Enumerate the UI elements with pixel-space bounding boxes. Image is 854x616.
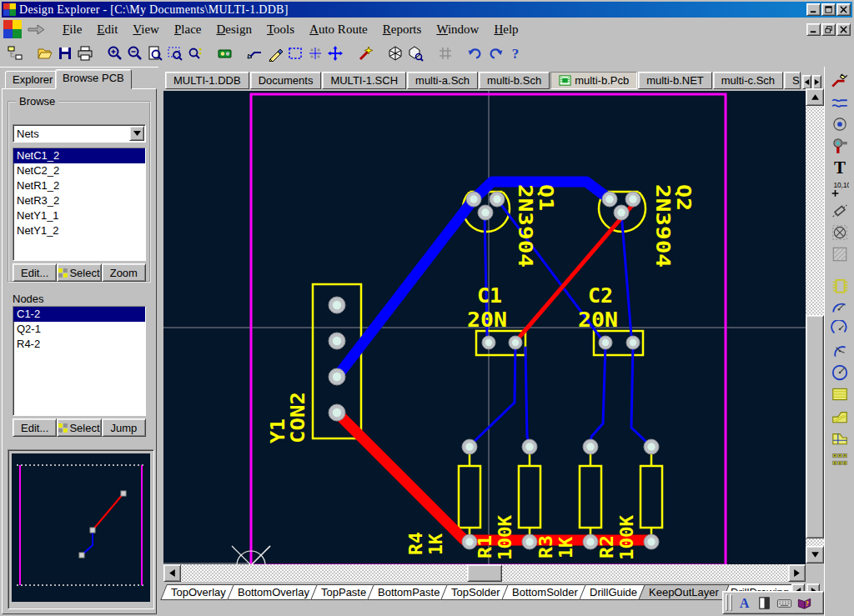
fill-rect-icon[interactable] [829,383,851,405]
fill-circle-icon[interactable] [829,222,851,243]
panel-split-icon[interactable] [754,593,774,612]
redo-icon[interactable] [485,43,505,63]
component-green-icon[interactable] [215,43,235,63]
arc-center-icon[interactable] [829,318,851,340]
dropdown-arrow-icon[interactable] [129,126,144,141]
nets-edit-button[interactable]: Edit... [13,263,57,282]
save-icon[interactable] [55,43,75,63]
string-text-icon[interactable]: T [829,157,851,178]
doc-tab-multi-b.net[interactable]: multi-b.NET [638,72,712,89]
via-icon[interactable] [829,135,851,157]
wand-icon[interactable] [355,43,375,63]
polygon-plane-icon[interactable] [829,405,851,427]
layer-tab-bottomoverlay[interactable]: BottomOverlay [227,584,320,600]
hscroll-thumb[interactable] [467,564,502,582]
child-restore-button[interactable] [821,23,836,36]
print-icon[interactable] [75,43,95,63]
zoom-in-icon[interactable] [105,43,125,63]
deselect-icon[interactable] [305,43,325,63]
menu-tools[interactable]: Tools [259,20,302,39]
board-preview[interactable] [8,449,154,609]
layer-tab-toppaste[interactable]: TopPaste [310,584,377,600]
doc-tab-multi-c.sch[interactable]: multi-c.Sch [713,72,783,89]
room-icon[interactable] [829,243,851,265]
menu-file[interactable]: File [55,20,89,39]
menu-auto-route[interactable]: Auto Route [302,20,375,39]
minimize-button[interactable] [806,3,821,16]
layer-tab-topsolder[interactable]: TopSolder [441,584,511,600]
layer-tab-bottompaste[interactable]: BottomPaste [367,584,450,600]
component-place-icon[interactable] [829,200,851,222]
node-item-r4-2[interactable]: R4-2 [13,337,145,352]
ic-component-icon[interactable] [829,275,851,297]
node-item-c1-2[interactable]: C1-2 [13,307,145,322]
doc-tab-multi-1.sch[interactable]: MULTI-1.SCH [322,72,406,89]
doc-tabs-scroll-left[interactable] [802,75,811,89]
layer-tab-topoverlay[interactable]: TopOverlay [160,584,236,600]
nets-zoom-button[interactable]: Zoom [102,263,146,282]
doc-tab-multi-b.sch[interactable]: multi-b.Sch [479,72,550,89]
browse-mode-dropdown[interactable]: Nets [13,124,146,143]
node-item-q2-1[interactable]: Q2-1 [13,322,145,337]
route-mode-icon[interactable] [245,43,265,63]
menu-help[interactable]: Help [486,20,525,39]
text-A-icon[interactable]: A [734,593,754,612]
toolbar-grip[interactable] [730,594,732,611]
toolbar-grip[interactable] [726,594,728,611]
document-icon[interactable] [3,20,22,38]
doc-tabs-scroll-right[interactable] [812,75,821,89]
arc-angle-icon[interactable] [829,340,851,362]
polyhedron-zoom-icon[interactable] [405,43,425,63]
net-item-netc1_2[interactable]: NetC1_2 [13,148,145,163]
help-icon[interactable]: ? [505,43,525,63]
zoom-out-icon[interactable] [125,43,145,63]
scroll-right-button[interactable] [788,564,806,582]
child-close-button[interactable] [836,23,851,36]
close-button[interactable] [836,3,851,16]
help-book-icon[interactable]: ? [794,593,814,612]
pencil-route-icon[interactable] [265,43,285,63]
full-circle-icon[interactable] [829,362,851,383]
pcb-canvas[interactable]: Q12N3904Q22N3904C120NC220NY1CON2R41KR110… [163,91,806,564]
pad-array-icon[interactable] [829,448,851,470]
nets-list[interactable]: NetC1_2NetC2_2NetR1_2NetR3_2NetY1_1NetY1… [13,148,146,261]
menu-view[interactable]: View [125,20,167,39]
grid-icon[interactable] [435,43,455,63]
net-item-netc2_2[interactable]: NetC2_2 [13,163,145,178]
menu-design[interactable]: Design [208,20,259,39]
layer-tab-bottomsolder[interactable]: BottomSolder [501,584,588,600]
menu-edit[interactable]: Edit [89,20,125,39]
doc-tab-multi-a.sch[interactable]: multi-a.Sch [407,72,478,89]
doc-tab-multi-1.ddb[interactable]: MULTI-1.DDB [165,72,249,89]
coordinate-icon[interactable]: 10,10 [829,178,851,200]
nodes-jump-button[interactable]: Jump [102,418,146,437]
maximize-button[interactable] [821,3,836,16]
open-folder-icon[interactable] [35,43,55,63]
doc-tab-documents[interactable]: Documents [250,72,322,89]
polyhedron-icon[interactable] [385,43,405,63]
menu-place[interactable]: Place [167,20,208,39]
zoom-area-icon[interactable] [165,43,185,63]
move-cross-icon[interactable] [325,43,345,63]
route-track-icon[interactable] [829,70,851,92]
doc-tab-multi-b.pcb[interactable]: multi-b.Pcb [550,72,637,89]
net-item-nety1_1[interactable]: NetY1_1 [13,208,145,223]
tab-explorer[interactable]: Explorer [5,71,60,88]
scroll-down-button[interactable] [806,546,824,563]
scroll-left-button[interactable] [163,564,181,582]
menu-reports[interactable]: Reports [375,20,430,39]
layer-tab-keepoutlayer[interactable]: KeepOutLayer [638,584,730,600]
nodes-list[interactable]: C1-2Q2-1R4-2 [13,306,146,416]
zoom-document-icon[interactable] [145,43,165,63]
multi-track-icon[interactable] [829,92,851,113]
nodes-edit-button[interactable]: Edit... [13,418,57,437]
menu-window[interactable]: Window [429,20,486,39]
split-plane-icon[interactable] [829,427,851,448]
net-item-nety1_2[interactable]: NetY1_2 [13,223,145,238]
undo-icon[interactable] [465,43,485,63]
arc-edge-icon[interactable] [829,297,851,318]
scroll-up-button[interactable] [806,88,824,106]
select-area-icon[interactable] [285,43,305,63]
vscroll-thumb[interactable] [806,315,824,538]
keyboard-icon[interactable] [774,593,794,612]
